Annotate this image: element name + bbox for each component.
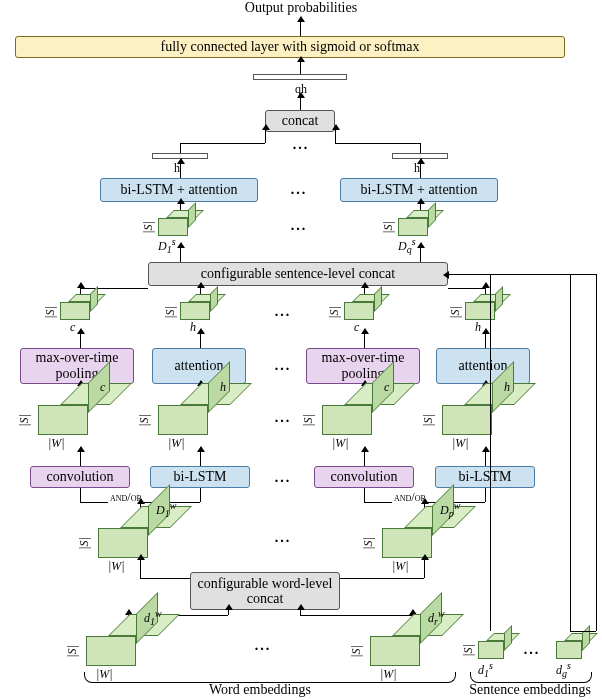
line-seg: [490, 274, 491, 631]
line-seg: [448, 288, 485, 289]
dim-w: |W|: [48, 436, 65, 451]
line-seg: [80, 488, 81, 502]
line-seg: [570, 274, 571, 631]
word-embeddings-label: Word embeddings: [150, 682, 370, 698]
sentence-concat-box: configurable sentence-level concat: [148, 262, 448, 286]
line-seg: [420, 143, 421, 153]
dim-s: |S|: [421, 414, 436, 427]
dim-s: |S|: [361, 537, 376, 550]
line-seg: [570, 631, 596, 632]
dim-w: |W|: [452, 436, 469, 451]
arrow-up: [200, 452, 201, 466]
dim-s: |S|: [65, 645, 80, 658]
ellipsis: ...: [516, 642, 548, 658]
attention-box-left: attention: [152, 348, 246, 384]
word-concat-box: configurable word-level concat: [190, 572, 340, 610]
bilstm-box-right: bi-LSTM: [435, 466, 535, 488]
brace-word: [84, 672, 456, 683]
line-seg: [180, 143, 265, 144]
brace-sent: [470, 672, 592, 683]
ellipsis: ...: [254, 358, 312, 374]
dim-w: |W|: [392, 559, 409, 574]
dim-h: h: [190, 320, 196, 335]
arrow-sentconcat-r: [420, 248, 421, 262]
dim-s: |S|: [163, 306, 178, 319]
bilstm-box-left: bi-LSTM: [150, 466, 250, 488]
sup: s: [172, 236, 176, 247]
ellipsis: ...: [254, 470, 312, 486]
dim-h: h: [475, 320, 481, 335]
ellipsis: ...: [254, 530, 312, 546]
ellipsis: ...: [270, 218, 328, 234]
line-seg: [485, 488, 486, 502]
dim-s: |S|: [17, 414, 32, 427]
arrow-up: [80, 452, 81, 466]
dim-w: |W|: [168, 436, 185, 451]
arrow-concat-flat: [300, 98, 301, 110]
fc-layer-box: fully connected layer with sigmoid or so…: [15, 36, 565, 58]
convolution-box-left: convolution: [30, 466, 130, 488]
dim-w: |W|: [108, 559, 125, 574]
ellipsis: ...: [283, 137, 319, 153]
arrow-up: [364, 334, 365, 348]
maxpool-box-right: max-over-time pooling: [306, 348, 420, 384]
line-seg: [200, 488, 201, 502]
dim-s: |S|: [327, 306, 342, 319]
dim-c: c: [354, 320, 359, 335]
dim-s: |S|: [349, 645, 364, 658]
ellipsis: ...: [228, 638, 298, 654]
arrow-sent-embed-in: [449, 274, 450, 275]
arrow-bilstm-h-l: [180, 164, 181, 178]
line-seg: [424, 560, 425, 578]
line-seg: [335, 143, 420, 144]
qh-flat: [253, 74, 347, 80]
arrow-left-concat: [265, 130, 266, 143]
arrow-up: [364, 452, 365, 466]
line-seg: [180, 143, 181, 153]
convolution-box-right: convolution: [314, 466, 414, 488]
arrow-up: [485, 452, 486, 466]
dim-h: h: [504, 380, 510, 395]
arrow-up: [300, 610, 301, 615]
dim-s: |S|: [301, 414, 316, 427]
dim-c: c: [384, 380, 389, 395]
sup: s: [412, 236, 416, 247]
line-seg: [339, 578, 424, 579]
arrow-up: [228, 610, 229, 615]
dim-s: |S|: [381, 221, 396, 234]
line-seg: [364, 488, 365, 502]
line-seg: [596, 274, 597, 631]
arrow-up: [80, 334, 81, 348]
arrow-bilstm-h-r: [420, 164, 421, 178]
arrow-flat-fc: [300, 62, 301, 74]
concat-box: concat: [265, 110, 335, 132]
ellipsis: ...: [254, 304, 312, 320]
sup: s: [489, 660, 493, 671]
line-sent-embed-right: [448, 274, 596, 275]
dim-s: |S|: [448, 306, 463, 319]
maxpool-box-left: max-over-time pooling: [20, 348, 134, 384]
dim-s: |S|: [137, 414, 152, 427]
dim-s: |S|: [461, 644, 476, 657]
line-seg: [140, 560, 141, 578]
ellipsis: ...: [275, 182, 323, 198]
dim-c: c: [70, 320, 75, 335]
output-prob-label: Output probabilities: [0, 0, 602, 16]
dim-s: |S|: [77, 537, 92, 550]
arrow-fc-out: [300, 22, 301, 36]
line-seg: [80, 288, 148, 289]
arrow-sentconcat-l: [180, 248, 181, 262]
sentence-embeddings-label: Sentence embeddings: [460, 682, 600, 698]
line-seg: [300, 615, 412, 616]
arrow-up: [485, 334, 486, 348]
dim-h: h: [220, 380, 226, 395]
dim-s: |S|: [141, 221, 156, 234]
dim-w: |W|: [332, 436, 349, 451]
arrow-up: [200, 334, 201, 348]
dim-s: |S|: [43, 306, 58, 319]
dim-c: c: [100, 380, 105, 395]
arrow-right-concat: [335, 130, 336, 143]
attention-box-right: attention: [436, 348, 530, 384]
sup: s: [567, 660, 571, 671]
